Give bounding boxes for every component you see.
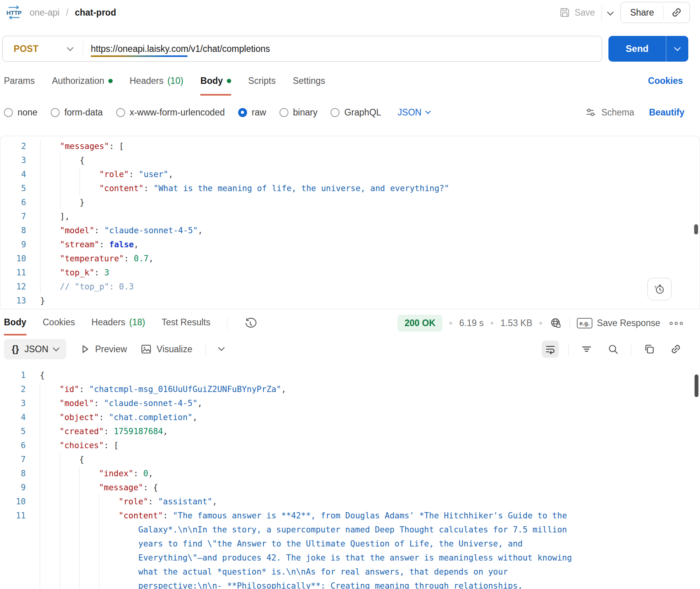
request-body-editor[interactable]: 2"messages": [3{4"role": "user",5"conten… xyxy=(0,136,700,309)
body-mode-urlencoded[interactable]: x-www-form-urlencoded xyxy=(116,107,225,118)
schema-button[interactable]: Schema xyxy=(585,106,634,118)
indent-guide xyxy=(99,495,119,509)
tab-label: Params xyxy=(4,76,35,86)
line-number: 11 xyxy=(0,266,26,280)
beautify-button[interactable]: Beautify xyxy=(649,107,684,118)
status-badge[interactable]: 200 OK xyxy=(398,315,442,332)
response-tab-test-results[interactable]: Test Results xyxy=(161,317,210,335)
scrollbar-thumb[interactable] xyxy=(695,374,698,397)
code-line: 8"model": "claude-sonnet-4-5", xyxy=(0,224,700,238)
save-options-chevron-button[interactable] xyxy=(608,9,614,17)
save-label: Save xyxy=(574,7,595,18)
preview-button[interactable]: Preview xyxy=(80,344,127,355)
url-input[interactable]: https://oneapi.laisky.com/v1/chat/comple… xyxy=(91,44,270,54)
code-line: 11"top_k": 3 xyxy=(0,266,700,280)
line-number: 9 xyxy=(0,238,26,252)
indent-guide xyxy=(99,523,119,537)
line-number xyxy=(0,537,26,551)
tab-settings[interactable]: Settings xyxy=(293,76,325,96)
cookies-link[interactable]: Cookies xyxy=(648,76,683,86)
breadcrumb-collection[interactable]: one-api xyxy=(30,7,60,18)
chevron-down-icon xyxy=(608,11,613,16)
indent-guide xyxy=(60,452,80,467)
more-options-button[interactable] xyxy=(667,322,683,325)
response-tab-body[interactable]: Body xyxy=(4,317,27,335)
indent-guide xyxy=(60,481,80,495)
send-button[interactable]: Send xyxy=(608,36,666,62)
breadcrumb-request-name[interactable]: chat-prod xyxy=(75,7,116,18)
code-line: 6} xyxy=(0,195,700,209)
response-time[interactable]: 6.19 s xyxy=(459,318,484,328)
code-line: 12// "top_p": 0.3 xyxy=(0,280,700,294)
code-line: what the actual *question* is.\n\nAs for… xyxy=(0,565,700,579)
line-number: 7 xyxy=(0,452,26,467)
tab-label: Cookies xyxy=(43,317,75,328)
response-size[interactable]: 1.53 KB xyxy=(500,318,532,328)
mode-label: raw xyxy=(252,107,266,118)
scrollbar-thumb[interactable] xyxy=(694,224,698,234)
copy-icon xyxy=(643,343,655,355)
method-select[interactable]: POST xyxy=(3,36,83,61)
indent-guide xyxy=(40,537,60,551)
copy-button[interactable] xyxy=(641,341,658,358)
tab-label: Body xyxy=(200,76,223,86)
indent-guide xyxy=(40,181,60,195)
response-format-select[interactable]: {} JSON xyxy=(4,339,66,359)
send-options-button[interactable] xyxy=(666,36,688,62)
response-body-viewer[interactable]: 1{2"id": "chatcmpl-msg_016UuUfGuiZ2UNFuB… xyxy=(0,363,700,589)
visualize-button[interactable]: Visualize xyxy=(140,343,193,355)
save-response-button[interactable]: e.g. Save Response xyxy=(577,318,660,328)
line-number: 6 xyxy=(0,438,26,452)
indent-guide xyxy=(40,509,60,523)
indent-guide xyxy=(40,153,60,167)
tab-authorization[interactable]: Authorization xyxy=(52,76,112,96)
body-mode-graphql[interactable]: GraphQL xyxy=(331,107,381,118)
line-number: 5 xyxy=(0,424,26,438)
body-mode-binary[interactable]: binary xyxy=(279,107,318,118)
code-line: 4"role": "user", xyxy=(0,167,700,181)
indent-guide xyxy=(80,181,99,195)
breadcrumb-separator: / xyxy=(66,7,68,18)
body-mode-none[interactable]: none xyxy=(4,107,37,118)
filter-button[interactable] xyxy=(578,341,595,358)
body-mode-form-data[interactable]: form-data xyxy=(51,107,103,118)
tab-headers[interactable]: Headers(10) xyxy=(130,76,184,96)
radio-icon xyxy=(279,108,288,117)
code-line: 3"model": "claude-sonnet-4-5", xyxy=(0,396,700,410)
share-button-group: Share xyxy=(620,2,690,23)
tab-params[interactable]: Params xyxy=(4,76,35,96)
line-number: 10 xyxy=(0,252,26,266)
word-wrap-toggle[interactable] xyxy=(542,341,559,358)
indent-guide xyxy=(60,181,80,195)
line-number: 2 xyxy=(0,139,26,153)
indent-guide xyxy=(40,252,60,266)
tab-body[interactable]: Body xyxy=(200,76,231,96)
code-line: 13} xyxy=(0,294,700,308)
tab-label: Test Results xyxy=(161,317,210,328)
indent-guide xyxy=(79,579,99,589)
response-tab-headers[interactable]: Headers(18) xyxy=(92,317,145,335)
save-button[interactable]: Save xyxy=(559,7,595,18)
more-views-chevron-button[interactable] xyxy=(219,346,224,352)
line-number xyxy=(0,551,26,565)
chevron-down-icon xyxy=(54,347,58,351)
raw-language-select[interactable]: JSON xyxy=(398,107,430,118)
divider xyxy=(227,318,227,330)
search-button[interactable] xyxy=(605,341,622,358)
tab-scripts[interactable]: Scripts xyxy=(248,76,276,96)
restore-history-button[interactable] xyxy=(647,278,672,300)
response-link-button[interactable] xyxy=(667,341,684,358)
radio-icon xyxy=(51,108,60,117)
share-button[interactable]: Share xyxy=(621,2,663,23)
indent-guide xyxy=(60,509,80,523)
globe-lock-icon xyxy=(549,317,562,330)
body-mode-raw[interactable]: raw xyxy=(238,107,266,118)
radio-icon xyxy=(116,108,125,117)
response-history-button[interactable] xyxy=(244,318,257,335)
indent-guide xyxy=(99,551,119,565)
response-tab-cookies[interactable]: Cookies xyxy=(43,317,75,335)
copy-link-button[interactable] xyxy=(664,2,689,23)
network-info-button[interactable] xyxy=(549,317,562,330)
code-line: 6"choices": [ xyxy=(0,438,700,452)
braces-icon: {} xyxy=(12,344,19,355)
